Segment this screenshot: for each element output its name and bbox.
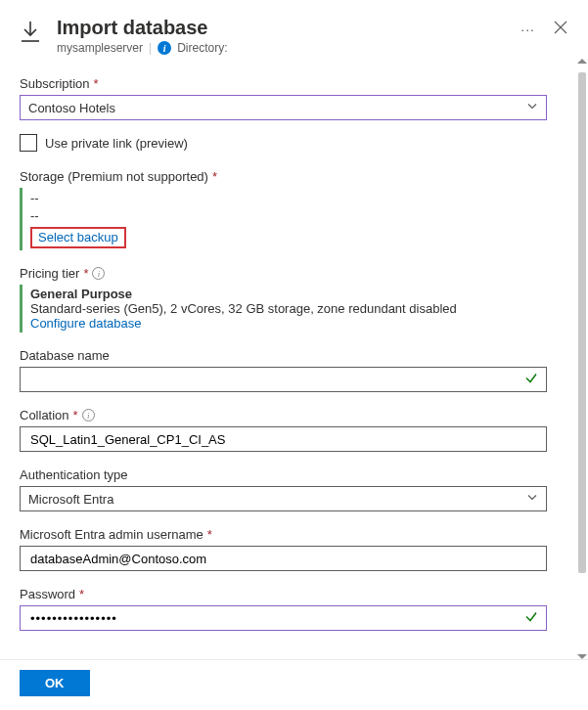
server-name: mysampleserver: [57, 41, 143, 55]
scrollbar[interactable]: [578, 65, 586, 653]
select-backup-highlight: Select backup: [30, 227, 126, 248]
authtype-select[interactable]: Microsoft Entra: [20, 486, 547, 511]
password-label: Password: [20, 587, 75, 601]
pricing-block: General Purpose Standard-series (Gen5), …: [20, 285, 547, 333]
pricing-label: Pricing tier: [20, 266, 79, 281]
subscription-label: Subscription: [20, 76, 90, 91]
collation-label: Collation: [20, 408, 69, 422]
check-icon: [524, 372, 538, 388]
authtype-label: Authentication type: [20, 467, 128, 482]
page-title: Import database: [57, 16, 513, 39]
more-button[interactable]: ···: [513, 16, 543, 37]
private-link-checkbox[interactable]: Use private link (preview): [20, 134, 547, 152]
directory-label: Directory:: [177, 41, 227, 55]
storage-label: Storage (Premium not supported): [20, 169, 208, 184]
dbname-input-wrap[interactable]: [20, 367, 547, 392]
import-icon: [20, 16, 47, 48]
dbname-label: Database name: [20, 348, 110, 363]
chevron-down-icon: [526, 101, 538, 115]
info-icon: i: [158, 41, 171, 55]
ok-button[interactable]: OK: [20, 670, 90, 696]
collation-input-wrap[interactable]: [20, 426, 547, 452]
scrollbar-thumb[interactable]: [578, 72, 586, 573]
configure-database-link[interactable]: Configure database: [30, 316, 547, 331]
pricing-desc: Standard-series (Gen5), 2 vCores, 32 GB …: [30, 301, 547, 316]
close-button[interactable]: [543, 16, 568, 38]
checkbox-box: [20, 134, 37, 152]
authtype-value: Microsoft Entra: [28, 492, 113, 507]
storage-line2: --: [30, 207, 547, 225]
chevron-down-icon: [526, 492, 538, 507]
info-icon[interactable]: i: [82, 409, 95, 422]
admin-label: Microsoft Entra admin username: [20, 527, 204, 542]
private-link-label: Use private link (preview): [45, 136, 188, 151]
password-input-wrap[interactable]: [20, 605, 547, 631]
dbname-input[interactable]: [28, 372, 538, 388]
check-icon: [524, 610, 538, 627]
collation-input[interactable]: [28, 431, 538, 448]
password-input[interactable]: [28, 610, 538, 627]
storage-block: -- -- Select backup: [20, 188, 547, 250]
subscription-value: Contoso Hotels: [28, 101, 115, 115]
subscription-select[interactable]: Contoso Hotels: [20, 95, 547, 120]
select-backup-link[interactable]: Select backup: [38, 230, 118, 244]
info-icon[interactable]: i: [92, 267, 105, 280]
storage-line1: --: [30, 190, 547, 207]
pricing-title: General Purpose: [30, 287, 547, 301]
admin-input[interactable]: [28, 551, 538, 567]
admin-input-wrap[interactable]: [20, 546, 547, 571]
